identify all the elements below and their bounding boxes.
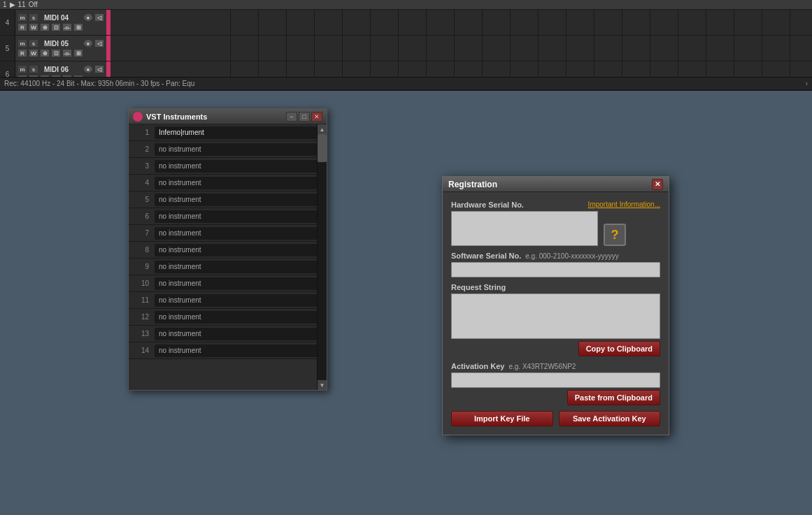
registration-dialog: Registration ✕ Hardware Serial No. Impor…	[442, 176, 669, 435]
vst-list-container: 1Inferno|rument2no instrument3no instrum…	[129, 124, 327, 390]
vst-item-number: 10	[129, 280, 153, 287]
vst-window-controls: − □ ✕	[286, 112, 322, 122]
mute-button[interactable]: m	[17, 39, 27, 48]
scroll-arrow[interactable]: ›	[806, 80, 808, 87]
vst-item-name: no instrument	[155, 344, 325, 357]
copy-clipboard-button[interactable]: Copy to Clipboard	[578, 341, 660, 356]
vst-instruments-window: VST Instruments − □ ✕ 1Inferno|rument2no…	[128, 108, 327, 391]
eq-btn[interactable]: ⊕	[40, 49, 50, 57]
mute-toggle[interactable]: ◁	[94, 13, 104, 22]
vst-item-name: no instrument	[155, 311, 325, 324]
vst-list-item[interactable]: 10no instrument	[129, 275, 327, 292]
activation-key-input[interactable]	[451, 372, 660, 388]
track-name: MIDI 05	[40, 40, 82, 48]
track-number: 5	[0, 36, 15, 61]
hardware-serial-label: Hardware Serial No.	[451, 201, 524, 209]
mute-toggle[interactable]: ◁	[94, 65, 104, 73]
vol-btn[interactable]: ⊞	[73, 49, 83, 57]
record-button[interactable]: ●	[83, 13, 93, 22]
track-name: MIDI 06	[40, 66, 82, 73]
vst-item-name: no instrument	[155, 328, 325, 340]
mute-button[interactable]: m	[17, 65, 27, 73]
vst-list-item[interactable]: 6no instrument	[129, 208, 327, 225]
vst-item-name: no instrument	[155, 227, 325, 240]
vst-item-name: no instrument	[155, 294, 325, 307]
scroll-track	[318, 134, 327, 380]
vst-list-item[interactable]: 14no instrument	[129, 342, 327, 359]
read-btn[interactable]: R	[17, 49, 27, 57]
scroll-thumb[interactable]	[318, 134, 327, 162]
vst-item-number: 2	[129, 145, 153, 153]
paste-clipboard-button[interactable]: Paste from Clipboard	[567, 390, 660, 405]
help-button[interactable]: ?	[604, 224, 626, 246]
vst-titlebar: VST Instruments − □ ✕	[129, 109, 327, 124]
solo-button[interactable]: s	[29, 13, 38, 22]
activation-key-hint: e.g. X43RT2W56NP2	[508, 363, 576, 370]
registration-title: Registration	[448, 180, 497, 189]
registration-close-button[interactable]: ✕	[652, 179, 663, 190]
registration-body: Hardware Serial No. Important Informatio…	[443, 192, 669, 435]
record-button[interactable]: ●	[83, 39, 93, 48]
pan-btn[interactable]: -o-	[62, 23, 72, 31]
pan-btn[interactable]: -o-	[62, 49, 72, 57]
solo-button[interactable]: s	[29, 39, 38, 48]
status-text: Rec: 44100 Hz - 24 Bit - Max: 935h 06min…	[4, 80, 194, 87]
status-bar: Rec: 44100 Hz - 24 Bit - Max: 935h 06min…	[0, 77, 812, 89]
hardware-serial-input[interactable]	[451, 211, 598, 246]
vst-list-item[interactable]: 12no instrument	[129, 309, 327, 326]
scroll-down-button[interactable]: ▼	[318, 380, 327, 390]
registration-titlebar: Registration ✕	[443, 177, 669, 192]
track-controls: m s MIDI 05 ● ◁ R W ⊕ ⊡ -o- ⊞	[15, 36, 106, 61]
send-btn[interactable]: ⊡	[51, 23, 61, 31]
scroll-up-button[interactable]: ▲	[318, 124, 327, 134]
vst-list-item[interactable]: 8no instrument	[129, 242, 327, 259]
vst-icon	[133, 112, 143, 122]
vst-list: 1Inferno|rument2no instrument3no instrum…	[129, 124, 327, 359]
eq-btn[interactable]: ⊕	[40, 23, 50, 31]
write-btn[interactable]: W	[29, 23, 38, 31]
send-btn[interactable]: ⊡	[51, 49, 61, 57]
main-background	[0, 91, 812, 515]
vst-item-number: 12	[129, 313, 153, 321]
important-information-link[interactable]: Important Information...	[588, 201, 660, 208]
vst-list-item[interactable]: 4no instrument	[129, 175, 327, 191]
mute-toggle[interactable]: ◁	[94, 39, 104, 48]
request-string-input[interactable]	[451, 293, 660, 339]
hardware-serial-input-row: ?	[451, 211, 660, 246]
vst-item-name: no instrument	[155, 143, 325, 156]
vst-item-number: 14	[129, 347, 153, 354]
vst-list-item[interactable]: 7no instrument	[129, 225, 327, 242]
vst-item-number: 5	[129, 196, 153, 203]
mute-button[interactable]: m	[17, 13, 27, 22]
vst-list-item[interactable]: 11no instrument	[129, 292, 327, 309]
solo-button[interactable]: s	[29, 65, 38, 73]
minimize-button[interactable]: −	[286, 112, 297, 122]
vst-list-item[interactable]: 9no instrument	[129, 259, 327, 275]
mode-label: Off	[29, 1, 38, 8]
close-button[interactable]: ✕	[311, 112, 322, 122]
vst-item-name: no instrument	[155, 160, 325, 173]
request-string-row: Request String Copy to Clipboard	[451, 283, 660, 356]
write-btn[interactable]: W	[29, 49, 38, 57]
read-btn[interactable]: R	[17, 23, 27, 31]
restore-button[interactable]: □	[299, 112, 310, 122]
vol-btn[interactable]: ⊞	[73, 23, 83, 31]
vst-item-name: Inferno|rument	[155, 126, 325, 139]
vst-list-item[interactable]: 13no instrument	[129, 326, 327, 342]
daw-toolbar: 1 ▶ 11 Off	[0, 0, 812, 10]
import-key-button[interactable]: Import Key File	[451, 411, 553, 426]
vst-list-item[interactable]: 2no instrument	[129, 141, 327, 158]
software-serial-input[interactable]	[451, 262, 660, 277]
vst-item-name: no instrument	[155, 244, 325, 256]
vst-item-number: 11	[129, 296, 153, 304]
vst-list-item[interactable]: 5no instrument	[129, 191, 327, 208]
track-number: 4	[0, 10, 15, 35]
vst-list-item[interactable]: 1Inferno|rument	[129, 124, 327, 141]
record-button[interactable]: ●	[83, 65, 93, 73]
vst-item-name: no instrument	[155, 277, 325, 290]
save-activation-button[interactable]: Save Activation Key	[559, 411, 661, 426]
vst-title: VST Instruments	[146, 113, 286, 121]
vst-list-item[interactable]: 3no instrument	[129, 158, 327, 175]
bottom-buttons: Import Key File Save Activation Key	[451, 411, 660, 426]
vst-item-number: 9	[129, 263, 153, 270]
